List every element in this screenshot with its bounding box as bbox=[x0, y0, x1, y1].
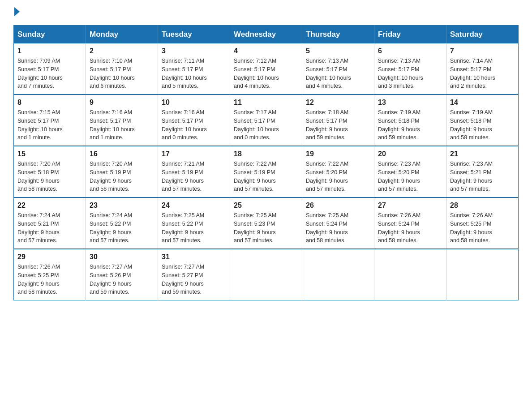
day-number: 18 bbox=[234, 150, 298, 158]
day-info: Sunrise: 7:24 AMSunset: 5:21 PMDaylight:… bbox=[17, 211, 82, 245]
day-number: 16 bbox=[90, 150, 154, 158]
day-info: Sunrise: 7:19 AMSunset: 5:18 PMDaylight:… bbox=[378, 108, 442, 142]
day-info: Sunrise: 7:21 AMSunset: 5:19 PMDaylight:… bbox=[162, 160, 226, 193]
day-number: 12 bbox=[306, 98, 370, 107]
day-cell: 6 Sunrise: 7:13 AMSunset: 5:17 PMDayligh… bbox=[374, 43, 446, 94]
day-number: 11 bbox=[234, 98, 298, 107]
day-number: 26 bbox=[306, 201, 370, 210]
day-cell: 19 Sunrise: 7:22 AMSunset: 5:20 PMDaylig… bbox=[302, 146, 374, 197]
day-cell: 9 Sunrise: 7:16 AMSunset: 5:17 PMDayligh… bbox=[86, 94, 158, 146]
day-cell: 15 Sunrise: 7:20 AMSunset: 5:18 PMDaylig… bbox=[14, 146, 86, 197]
day-info: Sunrise: 7:22 AMSunset: 5:19 PMDaylight:… bbox=[234, 160, 298, 193]
day-cell: 3 Sunrise: 7:11 AMSunset: 5:17 PMDayligh… bbox=[158, 43, 230, 94]
day-number: 15 bbox=[17, 150, 82, 158]
day-number: 31 bbox=[162, 253, 226, 261]
day-number: 17 bbox=[162, 150, 226, 158]
day-info: Sunrise: 7:24 AMSunset: 5:22 PMDaylight:… bbox=[90, 211, 154, 245]
day-info: Sunrise: 7:13 AMSunset: 5:17 PMDaylight:… bbox=[306, 57, 370, 90]
day-number: 24 bbox=[162, 201, 226, 210]
logo-arrow-icon bbox=[14, 7, 20, 16]
day-cell: 20 Sunrise: 7:23 AMSunset: 5:20 PMDaylig… bbox=[374, 146, 446, 197]
day-info: Sunrise: 7:26 AMSunset: 5:25 PMDaylight:… bbox=[17, 263, 82, 296]
day-info: Sunrise: 7:17 AMSunset: 5:17 PMDaylight:… bbox=[234, 108, 298, 142]
day-cell: 26 Sunrise: 7:25 AMSunset: 5:24 PMDaylig… bbox=[302, 197, 374, 249]
day-info: Sunrise: 7:25 AMSunset: 5:24 PMDaylight:… bbox=[306, 211, 370, 245]
day-info: Sunrise: 7:25 AMSunset: 5:22 PMDaylight:… bbox=[162, 211, 226, 245]
day-number: 1 bbox=[17, 47, 82, 55]
day-number: 5 bbox=[306, 47, 370, 55]
day-cell: 21 Sunrise: 7:23 AMSunset: 5:21 PMDaylig… bbox=[446, 146, 519, 197]
day-number: 10 bbox=[162, 98, 226, 107]
day-info: Sunrise: 7:20 AMSunset: 5:19 PMDaylight:… bbox=[90, 160, 154, 193]
day-number: 3 bbox=[162, 47, 226, 55]
day-number: 9 bbox=[90, 98, 154, 107]
day-cell: 12 Sunrise: 7:18 AMSunset: 5:17 PMDaylig… bbox=[302, 94, 374, 146]
day-number: 27 bbox=[378, 201, 442, 210]
day-cell: 11 Sunrise: 7:17 AMSunset: 5:17 PMDaylig… bbox=[230, 94, 302, 146]
day-info: Sunrise: 7:12 AMSunset: 5:17 PMDaylight:… bbox=[234, 57, 298, 90]
header-cell-friday: Friday bbox=[374, 26, 446, 44]
day-number: 20 bbox=[378, 150, 442, 158]
day-number: 2 bbox=[90, 47, 154, 55]
day-cell bbox=[230, 249, 302, 300]
page-header bbox=[13, 9, 519, 16]
day-cell: 25 Sunrise: 7:25 AMSunset: 5:23 PMDaylig… bbox=[230, 197, 302, 249]
calendar-table: SundayMondayTuesdayWednesdayThursdayFrid… bbox=[13, 25, 519, 300]
day-cell bbox=[446, 249, 519, 300]
day-number: 29 bbox=[17, 253, 82, 261]
day-info: Sunrise: 7:22 AMSunset: 5:20 PMDaylight:… bbox=[306, 160, 370, 193]
header-cell-tuesday: Tuesday bbox=[158, 26, 230, 44]
day-info: Sunrise: 7:26 AMSunset: 5:25 PMDaylight:… bbox=[450, 211, 515, 245]
day-number: 13 bbox=[378, 98, 442, 107]
day-info: Sunrise: 7:16 AMSunset: 5:17 PMDaylight:… bbox=[90, 108, 154, 142]
header-row: SundayMondayTuesdayWednesdayThursdayFrid… bbox=[14, 26, 519, 44]
day-cell: 10 Sunrise: 7:16 AMSunset: 5:17 PMDaylig… bbox=[158, 94, 230, 146]
day-number: 23 bbox=[90, 201, 154, 210]
day-info: Sunrise: 7:23 AMSunset: 5:20 PMDaylight:… bbox=[378, 160, 442, 193]
day-cell: 29 Sunrise: 7:26 AMSunset: 5:25 PMDaylig… bbox=[14, 249, 86, 300]
day-cell bbox=[302, 249, 374, 300]
day-number: 21 bbox=[450, 150, 515, 158]
day-info: Sunrise: 7:23 AMSunset: 5:21 PMDaylight:… bbox=[450, 160, 515, 193]
day-cell: 1 Sunrise: 7:09 AMSunset: 5:17 PMDayligh… bbox=[14, 43, 86, 94]
day-info: Sunrise: 7:27 AMSunset: 5:26 PMDaylight:… bbox=[90, 263, 154, 296]
day-number: 14 bbox=[450, 98, 515, 107]
day-info: Sunrise: 7:19 AMSunset: 5:18 PMDaylight:… bbox=[450, 108, 515, 142]
day-cell: 8 Sunrise: 7:15 AMSunset: 5:17 PMDayligh… bbox=[14, 94, 86, 146]
week-row-4: 22 Sunrise: 7:24 AMSunset: 5:21 PMDaylig… bbox=[14, 197, 519, 249]
day-info: Sunrise: 7:15 AMSunset: 5:17 PMDaylight:… bbox=[17, 108, 82, 142]
day-number: 19 bbox=[306, 150, 370, 158]
day-info: Sunrise: 7:10 AMSunset: 5:17 PMDaylight:… bbox=[90, 57, 154, 90]
week-row-2: 8 Sunrise: 7:15 AMSunset: 5:17 PMDayligh… bbox=[14, 94, 519, 146]
day-number: 6 bbox=[378, 47, 442, 55]
day-info: Sunrise: 7:13 AMSunset: 5:17 PMDaylight:… bbox=[378, 57, 442, 90]
day-info: Sunrise: 7:20 AMSunset: 5:18 PMDaylight:… bbox=[17, 160, 82, 193]
day-cell: 7 Sunrise: 7:14 AMSunset: 5:17 PMDayligh… bbox=[446, 43, 519, 94]
day-cell: 16 Sunrise: 7:20 AMSunset: 5:19 PMDaylig… bbox=[86, 146, 158, 197]
day-info: Sunrise: 7:09 AMSunset: 5:17 PMDaylight:… bbox=[17, 57, 82, 90]
logo bbox=[13, 9, 20, 16]
day-info: Sunrise: 7:25 AMSunset: 5:23 PMDaylight:… bbox=[234, 211, 298, 245]
day-cell: 18 Sunrise: 7:22 AMSunset: 5:19 PMDaylig… bbox=[230, 146, 302, 197]
day-info: Sunrise: 7:14 AMSunset: 5:17 PMDaylight:… bbox=[450, 57, 515, 90]
header-cell-wednesday: Wednesday bbox=[230, 26, 302, 44]
week-row-3: 15 Sunrise: 7:20 AMSunset: 5:18 PMDaylig… bbox=[14, 146, 519, 197]
day-cell bbox=[374, 249, 446, 300]
day-cell: 23 Sunrise: 7:24 AMSunset: 5:22 PMDaylig… bbox=[86, 197, 158, 249]
day-number: 7 bbox=[450, 47, 515, 55]
week-row-5: 29 Sunrise: 7:26 AMSunset: 5:25 PMDaylig… bbox=[14, 249, 519, 300]
day-cell: 5 Sunrise: 7:13 AMSunset: 5:17 PMDayligh… bbox=[302, 43, 374, 94]
day-cell: 27 Sunrise: 7:26 AMSunset: 5:24 PMDaylig… bbox=[374, 197, 446, 249]
day-cell: 31 Sunrise: 7:27 AMSunset: 5:27 PMDaylig… bbox=[158, 249, 230, 300]
day-cell: 30 Sunrise: 7:27 AMSunset: 5:26 PMDaylig… bbox=[86, 249, 158, 300]
header-cell-saturday: Saturday bbox=[446, 26, 519, 44]
day-info: Sunrise: 7:26 AMSunset: 5:24 PMDaylight:… bbox=[378, 211, 442, 245]
week-row-1: 1 Sunrise: 7:09 AMSunset: 5:17 PMDayligh… bbox=[14, 43, 519, 94]
header-cell-sunday: Sunday bbox=[14, 26, 86, 44]
day-cell: 2 Sunrise: 7:10 AMSunset: 5:17 PMDayligh… bbox=[86, 43, 158, 94]
day-number: 8 bbox=[17, 98, 82, 107]
day-number: 25 bbox=[234, 201, 298, 210]
header-cell-monday: Monday bbox=[86, 26, 158, 44]
day-info: Sunrise: 7:11 AMSunset: 5:17 PMDaylight:… bbox=[162, 57, 226, 90]
day-cell: 28 Sunrise: 7:26 AMSunset: 5:25 PMDaylig… bbox=[446, 197, 519, 249]
